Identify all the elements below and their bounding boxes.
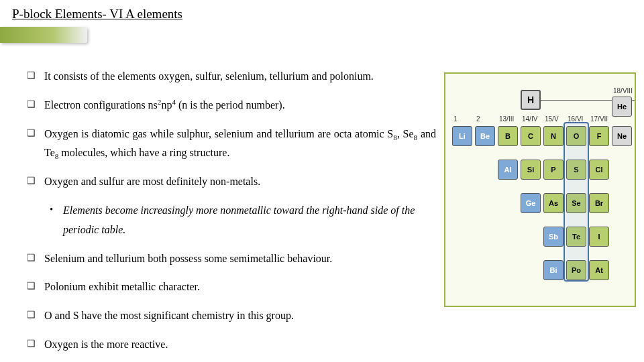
group-label: 16/VI <box>568 115 583 123</box>
element-cell: O <box>566 126 586 146</box>
element-cell: Po <box>566 260 586 280</box>
bullet-item: Oxygen is diatomic gas while sulphur, se… <box>27 125 436 164</box>
body-content: It consists of the elements oxygen, sulf… <box>27 67 436 362</box>
sub-bullet: Elements become increasingly more nonmet… <box>27 201 436 240</box>
element-cell-he: He <box>612 97 632 117</box>
element-cell: Bi <box>543 260 564 280</box>
element-cell: C <box>521 126 541 146</box>
periodic-table-figure: 1213/III14/IV15/V16/VI17/VII18/VIIIHHeLi… <box>444 72 636 307</box>
bullet-item: O and S have the most significant chemis… <box>27 306 436 326</box>
element-cell: Si <box>521 160 541 180</box>
bullet-item: Selenium and tellurium both possess some… <box>27 249 436 269</box>
bullet-item: Electron configurations ns2np4 (n is the… <box>27 96 436 115</box>
group-label: 2 <box>476 115 480 123</box>
element-cell: Te <box>566 227 586 247</box>
element-cell: At <box>589 260 609 280</box>
element-cell: Li <box>452 126 472 146</box>
element-cell: B <box>498 126 518 146</box>
group-label: 18/VIII <box>613 87 633 95</box>
element-cell: I <box>589 227 609 247</box>
element-cell: F <box>589 126 609 146</box>
bullet-item: Oxygen and sulfur are most definitely no… <box>27 172 436 192</box>
element-cell: P <box>543 160 564 180</box>
element-cell: Be <box>475 126 495 146</box>
accent-bar <box>0 27 87 43</box>
element-cell: Br <box>589 193 609 213</box>
group-label: 17/VII <box>590 115 608 123</box>
element-cell-h: H <box>521 90 541 110</box>
element-cell: Se <box>566 193 586 213</box>
group-label: 1 <box>453 115 458 123</box>
element-cell: Ne <box>612 126 632 146</box>
element-cell: Cl <box>589 160 609 180</box>
element-cell: Al <box>498 160 518 180</box>
group-label: 14/IV <box>522 115 537 123</box>
element-cell: N <box>543 126 564 146</box>
page-title: P-block Elements- VI A elements <box>12 7 182 21</box>
bullet-item: Oxygen is the more reactive. <box>27 335 436 355</box>
element-cell: Ge <box>521 193 541 213</box>
element-cell: As <box>543 193 564 213</box>
element-cell: S <box>566 160 586 180</box>
group-label: 15/V <box>545 115 559 123</box>
bullet-list: It consists of the elements oxygen, sulf… <box>27 67 436 355</box>
element-cell: Sb <box>543 227 564 247</box>
bullet-item: It consists of the elements oxygen, sulf… <box>27 67 436 86</box>
bullet-item: Polonium exhibit metallic character. <box>27 278 436 297</box>
group-label: 13/III <box>499 115 514 123</box>
